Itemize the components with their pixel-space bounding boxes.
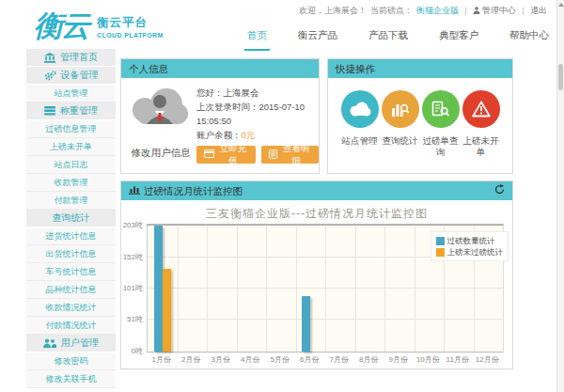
details-label: 查看明细 — [281, 143, 311, 167]
legend-swatch — [436, 237, 445, 245]
sidebar-section-weighing[interactable]: 称重管理 — [26, 102, 116, 120]
gears-icon — [44, 71, 56, 81]
legend-item[interactable]: 上磅未过磅统计 — [436, 246, 504, 258]
page: 欢迎，上海展会！ 当前磅点： 衡猫企业版 管理中心 退出 衡云 衡云平台 CLO… — [0, 0, 564, 392]
welcome-text: 欢迎，上海展会！ — [299, 5, 367, 17]
grid-line-h — [148, 288, 503, 289]
bar-chart-icon — [129, 181, 140, 200]
y-tick: 101吨 — [123, 283, 143, 293]
sidebar-label: 称重管理 — [60, 104, 98, 118]
sidebar-item-site-log[interactable]: 站点日志 — [26, 156, 116, 174]
nav-home[interactable]: 首页 — [244, 29, 270, 51]
main-nav: 首页 衡云产品 产品下载 典型客户 帮助中心 — [244, 29, 552, 51]
x-tick: 3月份 — [206, 354, 236, 365]
chart-search-icon — [382, 90, 419, 128]
sidebar-section-devices[interactable]: 设备管理 — [26, 67, 116, 85]
sidebar-item-site-mgmt[interactable]: 站点管理 — [26, 85, 116, 102]
sidebar-label: 品种统计信息 — [46, 284, 97, 296]
nav-customers[interactable]: 典型客户 — [436, 29, 481, 51]
admin-center-link[interactable]: 管理中心 — [473, 5, 516, 17]
edit-user-link[interactable]: 修改用户信息 — [127, 147, 195, 160]
sidebar-item-change-password[interactable]: 修改密码 — [26, 353, 116, 370]
page-scrollbar[interactable] — [556, 0, 564, 392]
sidebar-label: 修改密码 — [55, 355, 88, 368]
sidebar-item-weigh-info[interactable]: 过磅信息管理 — [26, 120, 116, 138]
quick-label: 站点管理 — [339, 135, 380, 147]
x-tick: 6月份 — [295, 354, 325, 365]
view-details-button[interactable]: 查看明细 — [261, 146, 319, 164]
logout-link[interactable]: 退出 — [530, 5, 547, 17]
nav-downloads[interactable]: 产品下载 — [366, 29, 411, 51]
logo-brand-text: 衡云 — [34, 9, 88, 43]
avatar — [129, 82, 189, 133]
platform-name: 衡云平台 — [97, 15, 164, 31]
sidebar-item-payment-stats[interactable]: 付款情况统计 — [26, 317, 116, 335]
quick-label: 上磅未开单 — [461, 135, 501, 158]
point-name-link[interactable]: 衡猫企业版 — [416, 5, 459, 17]
sidebar-label: 站点日志 — [55, 159, 88, 171]
sidebar-item-inbound-stats[interactable]: 进货统计信息 — [26, 227, 116, 245]
sidebar-label: 收款情况统计 — [46, 302, 97, 314]
chart-panel-title: 过磅情况月统计监控图 — [144, 181, 243, 200]
sidebar-label: 设备管理 — [61, 69, 99, 82]
sidebar-label: 付款情况统计 — [46, 320, 97, 332]
recharge-label: 立即充值 — [218, 143, 248, 167]
balance-value: 0元 — [242, 130, 256, 140]
nav-products[interactable]: 衡云产品 — [295, 29, 340, 51]
sidebar-item-plate-stats[interactable]: 车号统计信息 — [26, 263, 116, 281]
x-tick: 1月份 — [147, 354, 177, 365]
quick-no-ticket[interactable]: 上磅未开单 — [461, 90, 501, 158]
scroll-thumb[interactable] — [558, 64, 563, 90]
cloud-icon — [341, 90, 379, 128]
sidebar-section-admin-home[interactable]: 管理首页 — [26, 49, 116, 67]
sidebar-section-query-stats[interactable]: 查询统计 — [26, 210, 116, 227]
sidebar-label: 进货统计信息 — [46, 230, 97, 243]
sidebar-label: 车号统计信息 — [46, 266, 97, 278]
chart-title: 三友衡猫企业版---过磅情况月统计监控图 — [121, 206, 512, 222]
sidebar-item-receipt-stats[interactable]: 收款情况统计 — [26, 299, 116, 317]
legend-item[interactable]: 过磅数量统计 — [436, 235, 504, 246]
sidebar-label: 出货统计信息 — [46, 248, 97, 260]
x-tick: 9月份 — [384, 354, 414, 365]
quick-label: 过磅单查询 — [420, 135, 461, 158]
y-tick: 152吨 — [123, 252, 143, 262]
chart-panel: 过磅情况月统计监控图 三友衡猫企业版---过磅情况月统计监控图 0吨51吨101… — [120, 180, 513, 369]
refresh-icon[interactable] — [494, 181, 505, 200]
quick-weigh-ticket-query[interactable]: 过磅单查询 — [420, 90, 461, 158]
x-tick: 5月份 — [265, 354, 295, 365]
logo-side: 衡云平台 CLOUD PLATFORM — [97, 15, 164, 39]
grid-line-h — [148, 319, 503, 320]
sidebar-item-variety-stats[interactable]: 品种统计信息 — [26, 281, 116, 299]
nav-help[interactable]: 帮助中心 — [507, 29, 552, 51]
sidebar-label: 修改关联手机 — [46, 373, 97, 385]
quick-label: 查询统计 — [380, 135, 420, 147]
sidebar-item-change-phone[interactable]: 修改关联手机 — [26, 370, 116, 388]
platform-subtitle: CLOUD PLATFORM — [97, 32, 164, 39]
bar-上磅未过磅统计-1月份[interactable] — [163, 269, 171, 352]
quick-site-mgmt[interactable]: 站点管理 — [339, 90, 380, 158]
sidebar-item-payments[interactable]: 付款管理 — [26, 192, 116, 210]
sidebar-item-receipts[interactable]: 收款管理 — [26, 174, 116, 192]
warning-icon — [462, 90, 500, 128]
logo: 衡云 衡云平台 CLOUD PLATFORM — [34, 9, 164, 43]
profile-body: 修改用户信息 您好：上海展会 上次登录时间：2015-07-10 15:05:5… — [121, 78, 319, 173]
divider — [465, 8, 466, 15]
list-icon — [44, 106, 55, 116]
x-tick: 12月份 — [473, 354, 503, 365]
last-login-line1: 上次登录时间：2015-07-10 — [196, 100, 305, 114]
quick-ops-title: 快捷操作 — [336, 59, 375, 78]
scroll-up-arrow[interactable] — [558, 3, 564, 7]
x-tick: 10月份 — [414, 354, 444, 365]
bar-过磅数量统计-1月份[interactable] — [154, 226, 163, 352]
recharge-button[interactable]: 立即充值 — [196, 146, 256, 164]
quick-query-stats[interactable]: 查询统计 — [380, 90, 420, 158]
sidebar-label: 管理首页 — [60, 51, 98, 64]
bar-过磅数量统计-6月份[interactable] — [302, 296, 310, 352]
sidebar-item-outbound-stats[interactable]: 出货统计信息 — [26, 245, 116, 263]
quick-ops-body: 站点管理 查询统计 过磅单查询 上磅未开单 — [328, 78, 512, 158]
x-tick: 8月份 — [354, 354, 384, 365]
profile-buttons: 立即充值 查看明细 — [196, 146, 319, 164]
sidebar-section-users[interactable]: 用户管理 — [26, 335, 116, 353]
sidebar-item-no-ticket[interactable]: 上磅未开单 — [26, 138, 116, 156]
quick-ops-panel: 快捷操作 站点管理 查询统计 过磅单查询 上磅未开单 — [327, 58, 513, 174]
